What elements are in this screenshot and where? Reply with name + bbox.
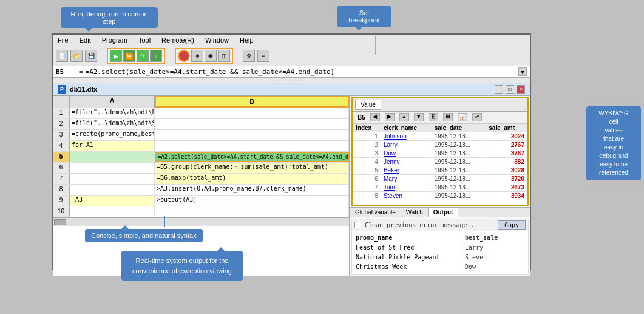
value-nav-chart[interactable]: 📊 (458, 113, 467, 121)
breakpoint-button[interactable] (178, 50, 190, 62)
misc-btn1[interactable]: ⚙ (243, 50, 255, 62)
output-checkbox[interactable] (354, 222, 361, 228)
formula-content: =A2.select(sale_date>=A4.start_date && s… (86, 68, 518, 76)
table-row: 3 =create(promo_name,best_sale) (53, 130, 349, 141)
breakpoint-option2[interactable]: ◉ (205, 50, 217, 62)
menu-program[interactable]: Program (100, 36, 129, 44)
output-col2-header: best_sale (465, 233, 498, 243)
td-index: 8 (353, 192, 381, 200)
td-sale-date: 1995-12-18... (432, 158, 486, 166)
td-clerk-name[interactable]: Larry (381, 141, 432, 149)
td-clerk-name[interactable]: Tom (381, 183, 432, 192)
table-row: 6 Mary 1995-12-18... 3720 (353, 175, 527, 183)
td-clerk-name[interactable]: Steven (381, 192, 432, 200)
cell-a3[interactable]: =create(promo_name,best_sale) (70, 130, 155, 140)
cell-a6[interactable] (70, 163, 155, 173)
menu-edit[interactable]: Edit (78, 36, 93, 44)
td-index: 4 (353, 158, 381, 166)
formula-equals: = (79, 68, 83, 76)
value-nav-expand[interactable]: ⤢ (472, 113, 482, 121)
cell-b2[interactable] (155, 119, 349, 129)
tab-global-variable[interactable]: Global variable (350, 208, 401, 217)
cell-a5[interactable] (70, 152, 155, 162)
horizontal-scrollbar[interactable] (53, 217, 349, 226)
menu-tool[interactable]: Tool (137, 36, 152, 44)
cell-b10[interactable] (155, 206, 349, 217)
cell-b1[interactable] (155, 108, 349, 118)
output-header-row: promo_name best_sale (356, 233, 524, 243)
table-row: 5 =A2.select(sale_date>=A4.start_date &&… (53, 152, 349, 163)
maximize-button[interactable]: □ (506, 85, 514, 94)
syntax-arrow-line (164, 216, 165, 227)
debug-button[interactable]: ⏩ (123, 50, 135, 62)
td-sale-amt: 3720 (486, 175, 527, 183)
misc-btn2[interactable]: ≡ (257, 50, 269, 62)
output-row-col1: National Pickle Pageant (356, 253, 453, 262)
output-col1-header: promo_name (356, 233, 453, 243)
row-num-header (53, 96, 70, 108)
td-index: 6 (353, 175, 381, 183)
scroll-thumb[interactable] (54, 219, 66, 225)
cell-a1[interactable]: =file("..\demo\zh\bdt\Promotion.txt").im… (70, 108, 155, 118)
value-nav-grid[interactable]: ⊞ (443, 113, 453, 121)
cell-b8[interactable]: >A3.insert(0,A4.promo_name,B7.clerk_name… (155, 185, 349, 195)
run-debug-annotation: Run, debug, run to cursor, step (61, 7, 158, 28)
menu-window[interactable]: Window (203, 36, 231, 44)
save-button[interactable]: 💾 (85, 50, 97, 62)
close-button[interactable]: ✕ (517, 85, 525, 94)
tab-output[interactable]: Output (429, 208, 459, 217)
breakpoint-option3[interactable]: ◫ (218, 50, 230, 62)
run-button[interactable]: ▶ (110, 50, 122, 62)
breakpoint-group: ◈ ◉ ◫ (175, 48, 233, 64)
new-button[interactable]: 📄 (56, 50, 68, 62)
cell-b3[interactable] (155, 130, 349, 140)
td-clerk-name[interactable]: Jenny (381, 158, 432, 166)
row-num-10: 10 (53, 206, 70, 217)
td-sale-amt: 2767 (486, 141, 527, 149)
minimize-button[interactable]: _ (495, 85, 503, 94)
menu-remote[interactable]: Remote(R) (160, 36, 196, 44)
menu-file[interactable]: File (56, 36, 70, 44)
cell-a9[interactable]: =A3 (70, 196, 155, 206)
cell-a8[interactable] (70, 185, 155, 195)
cell-b4[interactable] (155, 141, 349, 151)
value-nav-up[interactable]: ▲ (399, 113, 409, 121)
copy-button[interactable]: Copy (498, 220, 526, 230)
window-controls: _ □ ✕ (495, 85, 525, 94)
cell-b7[interactable]: =B6.maxp(total_amt) (155, 174, 349, 184)
open-button[interactable]: 📂 (70, 50, 83, 62)
cell-b5[interactable]: =A2.select(sale_date>=A4.start_date && s… (155, 152, 349, 162)
breakpoint-option1[interactable]: ◈ (191, 50, 203, 62)
cell-b6[interactable]: =B5.group(clerk_name;~.sum(sale_amt);tot… (155, 163, 349, 173)
cell-a2[interactable]: =file("..\demo\zh\bdt\SalesRecord.txt").… (70, 119, 155, 129)
tab-value[interactable]: Value (355, 100, 381, 110)
resize-handle[interactable]: · · · · · · (53, 78, 530, 83)
table-row: 7 Tom 1995-12-18... 2673 (353, 183, 527, 192)
output-toolbar: Clean previous error message... Copy (352, 219, 528, 231)
td-sale-date: 1995-12-18... (432, 166, 486, 175)
table-row: 4 Jenny 1995-12-18... 882 (353, 158, 527, 166)
menu-help[interactable]: Help (238, 36, 256, 44)
td-clerk-name[interactable]: Mary (381, 175, 432, 183)
value-nav-copy[interactable]: ⎘ (429, 113, 438, 121)
value-nav-down[interactable]: ▼ (414, 113, 424, 121)
cell-a7[interactable] (70, 174, 155, 184)
output-content: promo_name best_sale Feast of St Fred La… (352, 231, 528, 274)
value-cell-ref-bar: B5 ◀ ▶ ▲ ▼ ⎘ ⊞ 📊 ⤢ (353, 112, 527, 123)
tab-watch[interactable]: Watch (401, 208, 429, 217)
cell-a4[interactable]: for A1 (70, 141, 155, 151)
cell-b9[interactable]: >output(A3) (155, 196, 349, 206)
td-clerk-name[interactable]: Dow (381, 149, 432, 158)
col-date-header: sale_date (432, 124, 486, 132)
td-sale-date: 1995-12-18... (432, 183, 486, 192)
td-clerk-name[interactable]: Johnson (381, 132, 432, 141)
cell-a10[interactable] (70, 206, 155, 217)
td-index: 5 (353, 166, 381, 175)
run-to-cursor-button[interactable]: ↷ (137, 50, 149, 62)
step-button[interactable]: ↓ (150, 50, 162, 62)
value-nav-next[interactable]: ▶ (385, 113, 395, 121)
td-clerk-name[interactable]: Baker (381, 166, 432, 175)
formula-scroll-btn[interactable]: ▼ (518, 67, 527, 76)
col-clerk-header: clerk_name (381, 124, 432, 132)
value-nav-prev[interactable]: ◀ (370, 113, 380, 121)
